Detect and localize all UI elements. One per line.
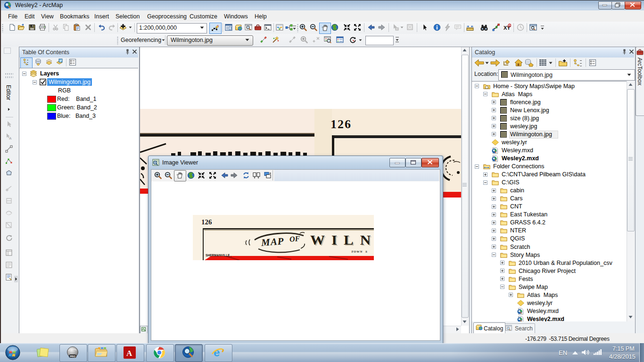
svg-text:A: A — [126, 349, 132, 358]
svg-text:A: A — [9, 136, 12, 140]
svg-text:PRO: PRO — [70, 355, 76, 358]
svg-text:e: e — [214, 346, 220, 359]
